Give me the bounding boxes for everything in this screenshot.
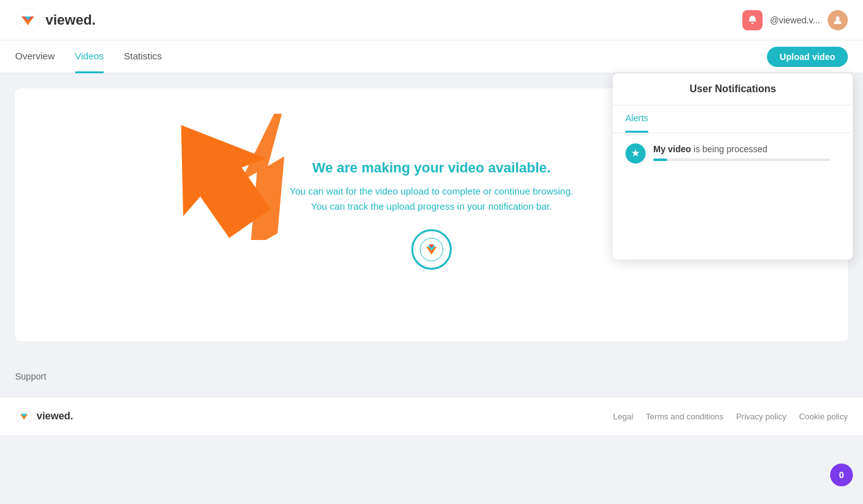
svg-point-2 <box>836 16 840 20</box>
footer-link-cookie[interactable]: Cookie policy <box>799 412 848 421</box>
notification-bold: My video <box>653 144 691 154</box>
footer-link-terms[interactable]: Terms and conditions <box>646 412 723 421</box>
notification-panel-title: User Notifications <box>613 73 853 105</box>
badge-circle[interactable]: 0 <box>830 464 853 486</box>
header: viewed. @viewed.v... <box>0 0 863 40</box>
notification-panel: User Notifications Alerts My video is be… <box>613 73 853 260</box>
notification-progress-track <box>653 159 830 161</box>
arrow-icon <box>205 114 344 240</box>
footer-logo-text: viewed. <box>37 411 73 422</box>
star-shield-icon <box>631 148 641 159</box>
logo-text: viewed. <box>45 12 95 28</box>
arrow-decoration <box>142 107 293 249</box>
orange-arrow-svg <box>142 107 293 246</box>
notification-progress-bar <box>653 159 667 161</box>
main-content: We are making your video available. You … <box>0 73 863 356</box>
notification-text: My video is being processed <box>653 144 768 154</box>
footer-logo-icon <box>15 407 33 425</box>
footer-link-privacy[interactable]: Privacy policy <box>736 412 786 421</box>
footer-link-legal[interactable]: Legal <box>613 412 634 421</box>
notification-tabs: Alerts <box>613 105 853 133</box>
header-right: @viewed.v... <box>742 10 848 30</box>
notification-item-content: My video is being processed <box>653 143 830 161</box>
viewed-circle-icon <box>419 237 444 262</box>
footer-links: Legal Terms and conditions Privacy polic… <box>613 412 848 421</box>
processing-subtitle-2: You can track the upload progress in you… <box>311 199 552 214</box>
notification-rest: is being processed <box>691 144 768 154</box>
user-avatar[interactable] <box>828 10 848 30</box>
processing-subtitle-1: You can wait for the video upload to com… <box>290 184 574 199</box>
nav-videos[interactable]: Videos <box>75 40 104 73</box>
footer-logo: viewed. <box>15 407 73 425</box>
nav-statistics[interactable]: Statistics <box>124 40 162 73</box>
footer-support-area: Support <box>0 356 863 397</box>
footer-bottom: viewed. Legal Terms and conditions Priva… <box>0 397 863 435</box>
logo-icon <box>15 8 40 33</box>
processing-title: We are making your video available. <box>312 160 550 176</box>
viewed-logo-circle <box>411 229 452 270</box>
notification-item-icon <box>625 143 646 164</box>
notification-bell-button[interactable] <box>742 10 763 30</box>
tab-alerts[interactable]: Alerts <box>625 105 648 133</box>
logo: viewed. <box>15 8 95 33</box>
svg-marker-3 <box>205 114 344 240</box>
nav-bar: Overview Videos Statistics Upload video <box>0 40 863 73</box>
nav-overview[interactable]: Overview <box>15 40 55 73</box>
svg-marker-4 <box>142 107 291 246</box>
user-label: @viewed.v... <box>770 15 820 25</box>
notification-item: My video is being processed <box>625 143 840 164</box>
upload-video-button[interactable]: Upload video <box>767 47 848 67</box>
notification-body: My video is being processed <box>613 133 853 260</box>
arrow-overlay <box>205 114 344 243</box>
user-icon <box>833 15 843 25</box>
support-link[interactable]: Support <box>15 371 46 381</box>
bell-icon <box>747 15 757 25</box>
